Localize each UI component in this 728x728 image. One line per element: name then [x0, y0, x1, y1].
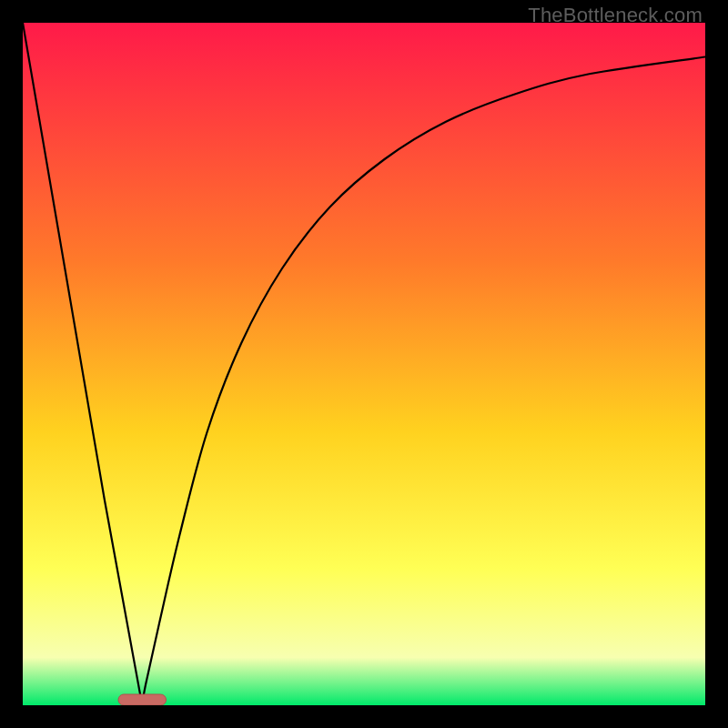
min-marker-pill [118, 694, 167, 705]
watermark-label: TheBottleneck.com [528, 4, 703, 27]
chart-svg [23, 23, 705, 705]
plot-area [23, 23, 705, 705]
gradient-background [23, 23, 705, 705]
chart-frame: TheBottleneck.com [0, 0, 728, 728]
